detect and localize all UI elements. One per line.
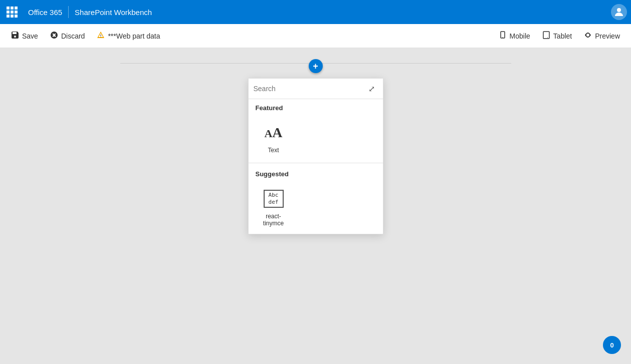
preview-label: Preview [595,32,620,40]
save-icon [11,31,19,41]
toolbar-right: Mobile Tablet Preview [494,28,625,44]
save-button[interactable]: Save [6,28,43,44]
discard-button[interactable]: Discard [45,28,90,44]
user-avatar-button[interactable] [607,0,631,24]
waffle-icon [7,7,18,18]
app-name: Office 365 [24,8,66,17]
discard-label: Discard [61,32,85,40]
picker-section-divider [249,163,383,163]
bottom-badge[interactable]: 0 [603,336,621,354]
preview-button[interactable]: Preview [579,28,625,44]
webpart-picker: ⤢ Featured AA Text Suggested [248,78,383,234]
mobile-button[interactable]: Mobile [494,28,535,44]
suggested-items: Abc def react-tinymce [249,181,383,234]
toolbar: Save Discard ***Web part data Mobile Tab… [0,24,631,48]
save-label: Save [22,32,38,40]
featured-section-label: Featured [249,99,383,115]
page-title: SharePoint Workbench [71,8,156,17]
svg-rect-1 [101,35,101,36]
picker-search-input[interactable] [254,85,366,93]
mobile-label: Mobile [510,32,530,40]
expand-picker-button[interactable]: ⤢ [366,83,378,95]
preview-icon [584,31,592,41]
discard-icon [50,31,58,41]
featured-items: AA Text [249,115,383,161]
topbar-divider [68,6,69,18]
react-tinymce-icon: Abc def [263,188,285,210]
tablet-label: Tablet [553,32,572,40]
avatar [611,4,627,20]
add-webpart-button[interactable]: + [309,59,323,73]
text-webpart-item[interactable]: AA Text [254,118,294,158]
mobile-icon [499,31,507,41]
svg-rect-5 [543,32,549,39]
text-webpart-icon: AA [263,122,285,144]
svg-rect-2 [101,37,101,37]
tablet-icon [542,31,550,41]
picker-search-row: ⤢ [249,79,383,99]
webpart-data-label: ***Web part data [108,32,160,40]
suggested-section-label: Suggested [249,165,383,181]
waffle-button[interactable] [0,0,24,24]
topbar: Office 365 SharePoint Workbench [0,0,631,24]
main-canvas-area: + ⤢ Featured AA Text Suggested [0,48,631,364]
text-webpart-label: Text [268,147,279,154]
warning-icon [97,31,105,41]
react-tinymce-webpart-item[interactable]: Abc def react-tinymce [254,184,294,231]
tablet-button[interactable]: Tablet [537,28,577,44]
webpart-data-button[interactable]: ***Web part data [92,28,165,44]
svg-point-0 [617,8,621,12]
react-tinymce-label: react-tinymce [256,213,292,227]
